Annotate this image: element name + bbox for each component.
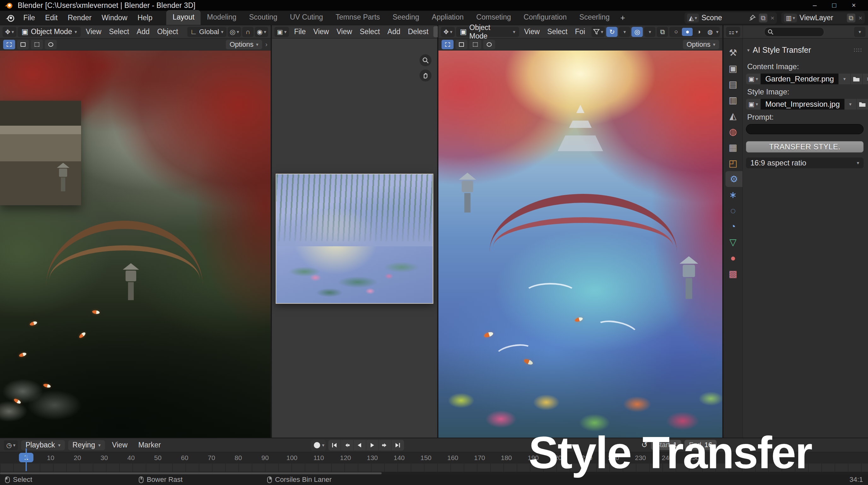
properties-tab-object-data[interactable]: ▽ — [723, 234, 742, 250]
content-image-name[interactable]: Garden_Render.png — [761, 74, 838, 84]
monet-style-image[interactable] — [276, 174, 433, 304]
properties-tab-particles[interactable]: ∗ — [723, 187, 742, 203]
properties-tab-material[interactable]: ● — [723, 250, 742, 266]
shading-material-button[interactable]: ◑ — [693, 28, 704, 36]
editor-type-button[interactable]: ✥ ▾ — [441, 27, 455, 37]
workspace-tab[interactable]: Appliation — [426, 10, 470, 25]
content-image-browse-button[interactable]: ▣ ▾ — [746, 74, 761, 84]
unlink-scene-button[interactable]: × — [771, 14, 774, 22]
style-image-name[interactable]: Monet_Impression.jpg — [761, 99, 844, 110]
properties-tab-world[interactable]: ◍ — [723, 124, 742, 140]
menu-item[interactable]: Help — [132, 12, 157, 24]
style-image-dropdown[interactable]: ▾ — [844, 99, 856, 110]
content-image-dropdown[interactable]: ▾ — [838, 74, 850, 84]
scene-browse-button[interactable]: ◭ ▾ — [687, 13, 699, 22]
prompt-input[interactable] — [746, 124, 864, 134]
content-image-open-button[interactable] — [850, 74, 862, 84]
minimize-button[interactable]: – — [805, 0, 825, 11]
workspace-tab[interactable]: Layout — [166, 10, 200, 25]
workspace-tab[interactable]: Seeding — [386, 10, 426, 25]
properties-options-dropdown[interactable]: ▾ — [854, 27, 866, 37]
style-image-browse-button[interactable]: ▣ ▾ — [746, 99, 761, 110]
play-button[interactable] — [366, 440, 379, 451]
workspace-tab[interactable]: Temnse Parts — [329, 10, 386, 25]
playback-dropdown[interactable]: Playback ▾ — [21, 440, 65, 450]
frame-end-field[interactable]: End 16 — [684, 440, 717, 450]
viewport-right[interactable]: Options ▾ — [438, 38, 722, 438]
close-button[interactable]: × — [844, 0, 864, 11]
style-image-open-button[interactable] — [856, 99, 868, 110]
properties-tab-output[interactable]: ▤ — [723, 77, 742, 92]
select-circle-button[interactable] — [31, 40, 43, 49]
viewport-menu-item[interactable]: Add — [133, 26, 153, 37]
properties-tab-render[interactable]: ▣ — [723, 61, 742, 77]
timeline-marker-menu[interactable]: Marker — [134, 439, 165, 451]
editor-type-button[interactable]: ▣ ▾ — [274, 27, 289, 37]
select-tweak-button[interactable] — [17, 40, 29, 49]
new-viewlayer-button[interactable]: ⧉ — [847, 13, 856, 22]
prev-keyframe-button[interactable] — [341, 440, 353, 451]
viewport-menu-item[interactable]: Foi — [571, 26, 589, 37]
viewport-menu-item[interactable]: Select — [544, 26, 571, 37]
timeline-track[interactable] — [0, 463, 868, 472]
select-box-button[interactable] — [3, 40, 15, 49]
menu-item[interactable]: Edit — [40, 12, 63, 24]
keying-dropdown[interactable]: Reying ▾ — [68, 440, 105, 450]
transfer-style-button[interactable]: TRANSFER STYLE. — [746, 141, 864, 152]
properties-tab-constraints[interactable]: ◔ — [723, 219, 742, 234]
new-scene-button[interactable]: ⧉ — [759, 13, 767, 22]
properties-tab-physics[interactable]: ◌ — [723, 203, 742, 219]
properties-tab-scene[interactable]: ◭ — [723, 108, 742, 124]
viewlayer-name[interactable]: ViewLayer — [800, 13, 847, 22]
pivot-point-dropdown[interactable]: ◎ ▾ — [228, 27, 241, 37]
menu-item[interactable]: Window — [96, 12, 132, 24]
workspace-tab[interactable]: Scouting — [243, 10, 284, 25]
object-mode-dropdown[interactable]: ▣ Object Mode ▾ — [18, 27, 81, 37]
object-mode-dropdown[interactable]: ▣ Object Mode ▾ — [456, 27, 519, 37]
gizmo-dropdown[interactable]: ▾ — [619, 27, 630, 37]
timeline-view-menu[interactable]: View — [108, 439, 131, 451]
workspace-tab[interactable]: Modeling — [200, 10, 243, 25]
select-circle-button[interactable] — [469, 40, 481, 49]
panel-grip-icon[interactable]: ∷∷ — [854, 47, 862, 54]
search-input[interactable] — [776, 28, 817, 35]
workspace-tab[interactable]: UV Cuting — [284, 10, 329, 25]
select-box-button[interactable] — [441, 40, 454, 49]
record-icon[interactable] — [314, 442, 320, 448]
shading-wireframe-button[interactable]: ○ — [671, 28, 681, 36]
frame-start-field[interactable]: Start 1 — [651, 440, 682, 450]
options-dropdown[interactable]: Options ▾ — [226, 40, 262, 49]
shading-rendered-button[interactable]: ◍ — [705, 28, 715, 36]
scene-name[interactable]: Scone — [702, 13, 749, 22]
properties-tab-collection[interactable]: ▦ — [723, 140, 742, 155]
maximize-button[interactable]: □ — [825, 0, 844, 11]
properties-editor-type-button[interactable]: ⚏ ▾ — [726, 27, 740, 37]
options-dropdown[interactable]: Options ▾ — [683, 40, 719, 49]
select-lasso-button[interactable] — [483, 40, 495, 49]
aspect-ratio-dropdown[interactable]: 16:9 aspect ratio ▾ — [746, 158, 864, 168]
select-lasso-button[interactable] — [45, 40, 57, 49]
content-image-clear-button[interactable]: × — [862, 74, 868, 84]
overlays-dropdown[interactable]: ▾ — [644, 27, 655, 37]
workspace-tab[interactable]: Configuration — [517, 10, 573, 25]
timeline-ruler[interactable]: 1 10203040506070809010011012013014015016… — [0, 452, 868, 463]
viewport-menu-item[interactable]: Object — [153, 26, 182, 37]
panel-collapse-icon[interactable]: ▾ — [747, 47, 750, 53]
image-editor-menu-item[interactable]: Delest — [404, 26, 432, 37]
blender-app-icon[interactable] — [5, 14, 14, 22]
properties-tab-view-layer[interactable]: ▥ — [723, 92, 742, 108]
snap-toggle[interactable]: ∩ — [242, 27, 254, 37]
properties-tab-object[interactable]: ◰ — [723, 155, 742, 171]
viewport-menu-item[interactable]: Select — [105, 26, 133, 37]
transform-orientation-dropdown[interactable]: ∟ Global ▾ — [187, 27, 227, 37]
loop-icon[interactable]: ↺ — [642, 440, 648, 449]
image-editor[interactable] — [271, 38, 437, 438]
image-editor-menu-item[interactable]: Add — [383, 26, 404, 37]
viewport-left[interactable]: Options ▾ › — [0, 38, 271, 438]
viewport-menu-item[interactable]: View — [82, 26, 105, 37]
select-tweak-button[interactable] — [456, 40, 467, 49]
timeline-editor-type-button[interactable]: ◷ ▾ — [4, 440, 18, 450]
image-editor-menu-item[interactable]: View — [333, 26, 356, 37]
xray-toggle[interactable]: ⧉ — [657, 27, 668, 37]
panel-header[interactable]: ▾ AI Style Transfer ∷∷ — [746, 43, 864, 59]
